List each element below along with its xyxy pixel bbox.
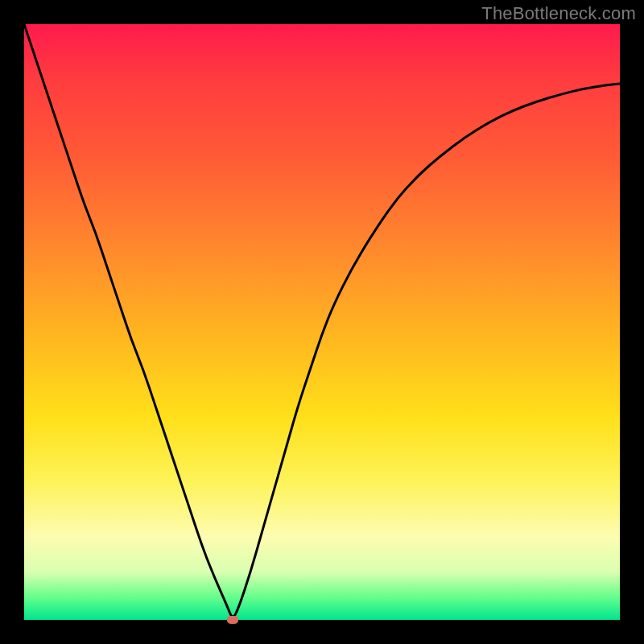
plot-area <box>24 24 620 620</box>
curve-path <box>24 24 620 617</box>
watermark-text: TheBottleneck.com <box>481 3 636 24</box>
chart-frame: TheBottleneck.com <box>0 0 644 644</box>
minimum-marker <box>227 616 238 624</box>
curve-svg <box>24 24 620 620</box>
